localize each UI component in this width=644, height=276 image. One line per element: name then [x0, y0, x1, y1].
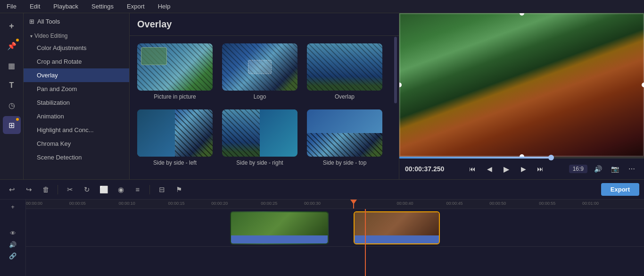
crop-button[interactable]: ⬜ — [97, 183, 111, 197]
mark-60: 00:01:00 — [582, 201, 599, 206]
menu-playback[interactable]: Playback — [50, 2, 81, 11]
card-logo[interactable]: Logo — [222, 43, 297, 100]
content-title: Overlay — [130, 13, 399, 36]
ruler-playhead-arrow — [350, 200, 357, 204]
pip-thumb — [137, 43, 213, 91]
aspect-ratio-badge[interactable]: 16:9 — [569, 165, 587, 173]
step-forward-button[interactable]: ▶ — [517, 162, 530, 176]
step-forward-icon: ▶ — [521, 165, 526, 173]
tool-color-adjustments[interactable]: Color Adjustments — [24, 41, 129, 55]
split-left-bg — [137, 109, 175, 157]
side-right-left-bg — [222, 109, 260, 157]
video-editing-section: ▾ Video Editing — [24, 30, 129, 41]
skip-back-icon: ⏮ — [469, 165, 476, 173]
step-back-button[interactable]: ◀ — [483, 162, 496, 176]
layout-icon: ⊟ — [159, 185, 165, 194]
preview-panel: 00:00:37.250 ⏮ ◀ ▶ ▶ ⏭ 16:9 🔊 📷 ⋯ — [399, 13, 644, 179]
icon-sidebar: + 📌 ▦ T ◷ ⊞ — [0, 13, 24, 179]
add-media-button[interactable]: + — [3, 17, 21, 35]
timeline-tracks[interactable] — [26, 209, 644, 276]
logo-label: Logo — [254, 93, 266, 100]
add-track-button[interactable]: + — [6, 201, 19, 212]
menu-settings[interactable]: Settings — [89, 2, 116, 11]
preview-progress-fill — [399, 157, 551, 159]
history-button[interactable]: ◷ — [3, 96, 21, 114]
text-button[interactable]: T — [3, 76, 21, 94]
all-tools-label: All Tools — [37, 18, 60, 25]
mark-10: 00:00:10 — [119, 201, 135, 206]
export-button[interactable]: Export — [601, 183, 639, 196]
play-button[interactable]: ▶ — [500, 162, 513, 176]
overlap-pattern — [307, 43, 382, 91]
tool-scene-detection[interactable]: Scene Detection — [24, 151, 129, 164]
clip-horse[interactable] — [354, 211, 440, 244]
tool-highlight[interactable]: Highlight and Conc... — [24, 123, 129, 137]
tool-overlay[interactable]: Overlay — [24, 68, 129, 82]
main-area: + 📌 ▦ T ◷ ⊞ ⊞ All Tools ▾ Video Editing … — [0, 13, 644, 179]
redo-icon: ↪ — [26, 185, 32, 194]
clip-dirt-road[interactable] — [230, 211, 329, 244]
tool-stabilization[interactable]: Stabilization — [24, 96, 129, 109]
volume-icon: 🔊 — [594, 165, 602, 173]
skip-forward-button[interactable]: ⏭ — [534, 162, 547, 176]
clip-audio-2 — [355, 235, 439, 243]
speaker-icon[interactable]: 🔊 — [6, 239, 19, 250]
preview-progress-thumb[interactable] — [548, 155, 554, 160]
card-side-top[interactable]: Side by side - top — [307, 109, 382, 166]
layout-button[interactable]: ▦ — [3, 57, 21, 75]
tool-animation[interactable]: Animation — [24, 109, 129, 123]
track-row-1 — [26, 209, 644, 247]
tool-crop-rotate[interactable]: Crop and Rotate — [24, 55, 129, 68]
flag-button[interactable]: ⚑ — [172, 183, 186, 197]
side-top-label: Side by side - top — [323, 159, 367, 166]
rotate-button[interactable]: ↻ — [80, 183, 94, 197]
card-overlap[interactable]: Overlap — [307, 43, 382, 100]
cut-button[interactable]: ✂ — [63, 183, 77, 197]
pin-icon: 📌 — [7, 42, 17, 50]
undo-button[interactable]: ↩ — [5, 183, 19, 197]
side-left-thumb — [137, 109, 213, 157]
tool-pan-zoom[interactable]: Pan and Zoom — [24, 82, 129, 96]
tool-chroma-key[interactable]: Chroma Key — [24, 137, 129, 151]
pip-small-overlay — [141, 47, 167, 65]
color-button[interactable]: ◉ — [114, 183, 128, 197]
timeline-area: + 👁 🔊 🔗 00:00:00 00:00:05 00:00:10 00:00… — [0, 200, 644, 276]
camera-icon: 📷 — [611, 165, 619, 173]
step-back-icon: ◀ — [487, 165, 492, 173]
card-side-left[interactable]: Side by side - left — [137, 109, 213, 166]
menu-help[interactable]: Help — [155, 2, 173, 11]
flag-icon: ⚑ — [176, 185, 182, 194]
skip-back-button[interactable]: ⏮ — [466, 162, 479, 176]
menu-file[interactable]: File — [4, 2, 19, 11]
chevron-down-icon: ▾ — [30, 33, 33, 39]
delete-button[interactable]: 🗑 — [39, 183, 53, 197]
mark-55: 00:00:55 — [539, 201, 555, 206]
side-right-right-bg — [260, 109, 297, 157]
volume-button[interactable]: 🔊 — [591, 162, 604, 176]
layout-btn[interactable]: ⊟ — [155, 183, 169, 197]
eye-icon[interactable]: 👁 — [6, 228, 19, 238]
redo-button[interactable]: ↪ — [22, 183, 36, 197]
more-icon: ⋯ — [628, 165, 635, 173]
tools-panel: ⊞ All Tools ▾ Video Editing Color Adjust… — [24, 13, 130, 179]
effects-button[interactable]: ⊞ — [3, 116, 21, 134]
card-side-right[interactable]: Side by side - right — [222, 109, 297, 166]
card-pip[interactable]: Picture in picture — [137, 43, 213, 100]
menu-edit[interactable]: Edit — [27, 2, 43, 11]
separator-2 — [149, 185, 150, 194]
align-button[interactable]: ≡ — [131, 183, 145, 197]
more-options-button[interactable]: ⋯ — [625, 162, 638, 176]
effects-dot — [16, 118, 19, 121]
separator-1 — [58, 185, 58, 194]
preview-area — [399, 13, 644, 157]
content-scrollbar[interactable] — [394, 37, 397, 103]
timeline-left-controls: + 👁 🔊 🔗 — [0, 200, 26, 276]
menu-export[interactable]: Export — [124, 2, 148, 11]
all-tools-header[interactable]: ⊞ All Tools — [24, 13, 129, 30]
scissors-icon: ✂ — [67, 185, 73, 194]
side-top-bottom-overlay — [307, 133, 382, 157]
handle-right[interactable] — [642, 83, 644, 87]
snapshot-button[interactable]: 📷 — [608, 162, 621, 176]
link-icon[interactable]: 🔗 — [6, 251, 19, 261]
pin-button[interactable]: 📌 — [3, 37, 21, 55]
